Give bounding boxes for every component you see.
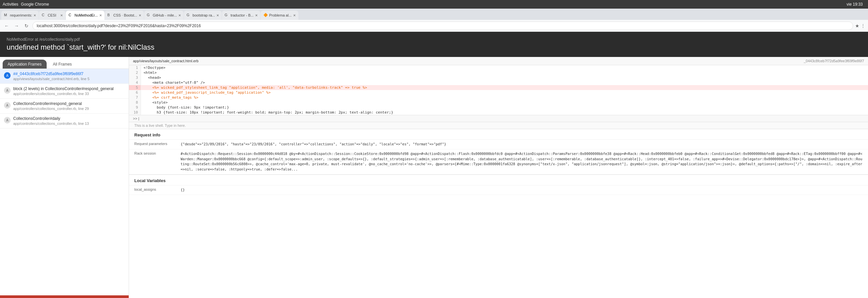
chrome-label[interactable]: Google Chrome (21, 2, 49, 7)
activities-label[interactable]: Activities (3, 2, 18, 7)
topbar-time: vie 19:33 (846, 2, 863, 7)
system-topbar: Activities Google Chrome vie 19:33 (0, 0, 868, 9)
